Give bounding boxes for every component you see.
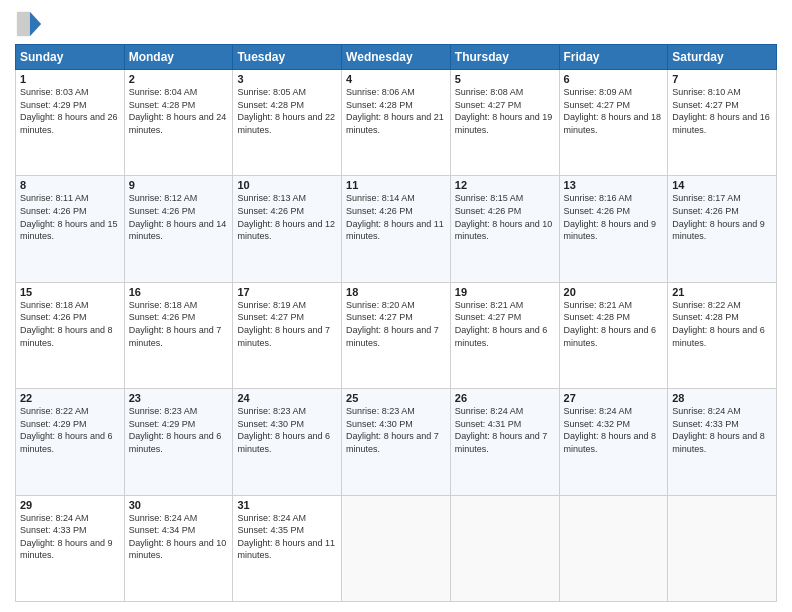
week-row: 8Sunrise: 8:11 AMSunset: 4:26 PMDaylight… (16, 176, 777, 282)
calendar-cell: 5Sunrise: 8:08 AMSunset: 4:27 PMDaylight… (450, 70, 559, 176)
day-number: 20 (564, 286, 664, 298)
day-number: 7 (672, 73, 772, 85)
calendar-cell: 22Sunrise: 8:22 AMSunset: 4:29 PMDayligh… (16, 389, 125, 495)
day-number: 30 (129, 499, 229, 511)
day-info: Sunrise: 8:19 AMSunset: 4:27 PMDaylight:… (237, 300, 330, 348)
day-number: 9 (129, 179, 229, 191)
day-number: 18 (346, 286, 446, 298)
day-number: 19 (455, 286, 555, 298)
day-info: Sunrise: 8:14 AMSunset: 4:26 PMDaylight:… (346, 193, 444, 241)
day-info: Sunrise: 8:24 AMSunset: 4:34 PMDaylight:… (129, 513, 227, 561)
week-row: 22Sunrise: 8:22 AMSunset: 4:29 PMDayligh… (16, 389, 777, 495)
calendar-cell (342, 495, 451, 601)
col-header-sunday: Sunday (16, 45, 125, 70)
calendar-cell: 25Sunrise: 8:23 AMSunset: 4:30 PMDayligh… (342, 389, 451, 495)
day-info: Sunrise: 8:20 AMSunset: 4:27 PMDaylight:… (346, 300, 439, 348)
col-header-tuesday: Tuesday (233, 45, 342, 70)
calendar-cell: 13Sunrise: 8:16 AMSunset: 4:26 PMDayligh… (559, 176, 668, 282)
calendar-cell: 23Sunrise: 8:23 AMSunset: 4:29 PMDayligh… (124, 389, 233, 495)
day-number: 4 (346, 73, 446, 85)
page: SundayMondayTuesdayWednesdayThursdayFrid… (0, 0, 792, 612)
day-info: Sunrise: 8:18 AMSunset: 4:26 PMDaylight:… (129, 300, 222, 348)
col-header-monday: Monday (124, 45, 233, 70)
col-header-saturday: Saturday (668, 45, 777, 70)
calendar-cell: 4Sunrise: 8:06 AMSunset: 4:28 PMDaylight… (342, 70, 451, 176)
calendar-cell: 27Sunrise: 8:24 AMSunset: 4:32 PMDayligh… (559, 389, 668, 495)
day-info: Sunrise: 8:24 AMSunset: 4:32 PMDaylight:… (564, 406, 657, 454)
calendar-cell: 7Sunrise: 8:10 AMSunset: 4:27 PMDaylight… (668, 70, 777, 176)
calendar-cell: 8Sunrise: 8:11 AMSunset: 4:26 PMDaylight… (16, 176, 125, 282)
logo-icon (15, 10, 43, 38)
header-row: SundayMondayTuesdayWednesdayThursdayFrid… (16, 45, 777, 70)
day-info: Sunrise: 8:06 AMSunset: 4:28 PMDaylight:… (346, 87, 444, 135)
calendar-cell: 20Sunrise: 8:21 AMSunset: 4:28 PMDayligh… (559, 282, 668, 388)
week-row: 1Sunrise: 8:03 AMSunset: 4:29 PMDaylight… (16, 70, 777, 176)
day-info: Sunrise: 8:23 AMSunset: 4:29 PMDaylight:… (129, 406, 222, 454)
calendar-cell (559, 495, 668, 601)
col-header-wednesday: Wednesday (342, 45, 451, 70)
calendar-cell: 31Sunrise: 8:24 AMSunset: 4:35 PMDayligh… (233, 495, 342, 601)
calendar-cell: 29Sunrise: 8:24 AMSunset: 4:33 PMDayligh… (16, 495, 125, 601)
week-row: 15Sunrise: 8:18 AMSunset: 4:26 PMDayligh… (16, 282, 777, 388)
svg-marker-1 (30, 12, 41, 36)
week-row: 29Sunrise: 8:24 AMSunset: 4:33 PMDayligh… (16, 495, 777, 601)
day-info: Sunrise: 8:22 AMSunset: 4:29 PMDaylight:… (20, 406, 113, 454)
day-number: 25 (346, 392, 446, 404)
day-info: Sunrise: 8:21 AMSunset: 4:27 PMDaylight:… (455, 300, 548, 348)
calendar-cell: 1Sunrise: 8:03 AMSunset: 4:29 PMDaylight… (16, 70, 125, 176)
header (15, 10, 777, 38)
day-info: Sunrise: 8:16 AMSunset: 4:26 PMDaylight:… (564, 193, 657, 241)
calendar-cell: 28Sunrise: 8:24 AMSunset: 4:33 PMDayligh… (668, 389, 777, 495)
day-info: Sunrise: 8:23 AMSunset: 4:30 PMDaylight:… (237, 406, 330, 454)
day-number: 27 (564, 392, 664, 404)
day-number: 24 (237, 392, 337, 404)
calendar-table: SundayMondayTuesdayWednesdayThursdayFrid… (15, 44, 777, 602)
calendar-cell: 18Sunrise: 8:20 AMSunset: 4:27 PMDayligh… (342, 282, 451, 388)
day-number: 11 (346, 179, 446, 191)
day-info: Sunrise: 8:03 AMSunset: 4:29 PMDaylight:… (20, 87, 118, 135)
calendar-cell: 17Sunrise: 8:19 AMSunset: 4:27 PMDayligh… (233, 282, 342, 388)
calendar-cell: 14Sunrise: 8:17 AMSunset: 4:26 PMDayligh… (668, 176, 777, 282)
day-info: Sunrise: 8:18 AMSunset: 4:26 PMDaylight:… (20, 300, 113, 348)
day-info: Sunrise: 8:09 AMSunset: 4:27 PMDaylight:… (564, 87, 662, 135)
day-info: Sunrise: 8:24 AMSunset: 4:31 PMDaylight:… (455, 406, 548, 454)
day-info: Sunrise: 8:11 AMSunset: 4:26 PMDaylight:… (20, 193, 118, 241)
day-number: 2 (129, 73, 229, 85)
day-info: Sunrise: 8:22 AMSunset: 4:28 PMDaylight:… (672, 300, 765, 348)
day-number: 13 (564, 179, 664, 191)
day-number: 29 (20, 499, 120, 511)
day-number: 14 (672, 179, 772, 191)
calendar-cell: 12Sunrise: 8:15 AMSunset: 4:26 PMDayligh… (450, 176, 559, 282)
calendar-cell (668, 495, 777, 601)
calendar-cell: 21Sunrise: 8:22 AMSunset: 4:28 PMDayligh… (668, 282, 777, 388)
day-info: Sunrise: 8:24 AMSunset: 4:33 PMDaylight:… (672, 406, 765, 454)
calendar-cell (450, 495, 559, 601)
day-info: Sunrise: 8:24 AMSunset: 4:35 PMDaylight:… (237, 513, 335, 561)
col-header-thursday: Thursday (450, 45, 559, 70)
day-number: 26 (455, 392, 555, 404)
day-info: Sunrise: 8:23 AMSunset: 4:30 PMDaylight:… (346, 406, 439, 454)
day-number: 5 (455, 73, 555, 85)
day-number: 6 (564, 73, 664, 85)
day-number: 21 (672, 286, 772, 298)
logo (15, 10, 47, 38)
day-info: Sunrise: 8:17 AMSunset: 4:26 PMDaylight:… (672, 193, 765, 241)
day-info: Sunrise: 8:04 AMSunset: 4:28 PMDaylight:… (129, 87, 227, 135)
day-info: Sunrise: 8:24 AMSunset: 4:33 PMDaylight:… (20, 513, 113, 561)
calendar-cell: 9Sunrise: 8:12 AMSunset: 4:26 PMDaylight… (124, 176, 233, 282)
svg-rect-0 (17, 12, 30, 36)
day-number: 15 (20, 286, 120, 298)
day-info: Sunrise: 8:15 AMSunset: 4:26 PMDaylight:… (455, 193, 553, 241)
day-number: 23 (129, 392, 229, 404)
day-number: 3 (237, 73, 337, 85)
day-info: Sunrise: 8:10 AMSunset: 4:27 PMDaylight:… (672, 87, 770, 135)
day-number: 31 (237, 499, 337, 511)
calendar-cell: 2Sunrise: 8:04 AMSunset: 4:28 PMDaylight… (124, 70, 233, 176)
calendar-cell: 3Sunrise: 8:05 AMSunset: 4:28 PMDaylight… (233, 70, 342, 176)
day-info: Sunrise: 8:21 AMSunset: 4:28 PMDaylight:… (564, 300, 657, 348)
calendar-cell: 19Sunrise: 8:21 AMSunset: 4:27 PMDayligh… (450, 282, 559, 388)
day-number: 28 (672, 392, 772, 404)
calendar-cell: 11Sunrise: 8:14 AMSunset: 4:26 PMDayligh… (342, 176, 451, 282)
day-number: 22 (20, 392, 120, 404)
day-number: 1 (20, 73, 120, 85)
